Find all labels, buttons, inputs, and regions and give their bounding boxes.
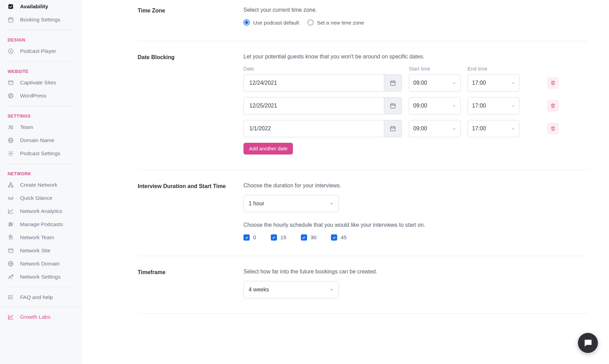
sliders-icon	[8, 221, 15, 227]
sidebar-item-manage-podcasts[interactable]: Manage Podcasts	[0, 218, 82, 231]
add-date-button[interactable]: Add another date	[243, 143, 293, 155]
timeframe-select[interactable]: 4 weeks	[243, 281, 339, 298]
delete-date-button[interactable]	[547, 77, 559, 89]
svg-rect-0	[8, 4, 13, 9]
checkbox-checked-icon	[271, 234, 277, 241]
end-time-select[interactable]: 17:00	[468, 74, 519, 92]
calendar-picker-button[interactable]	[384, 74, 402, 92]
sidebar-section-header: NETWORK	[0, 167, 82, 178]
slot-checkbox-15[interactable]: 15	[271, 234, 286, 241]
calendar-picker-button[interactable]	[384, 97, 402, 114]
sidebar-item-captivate-sites[interactable]: Captivate Sites	[0, 76, 82, 89]
sidebar-item-availability[interactable]: Availability	[0, 0, 82, 13]
sidebar-divider	[8, 164, 75, 164]
sidebar: AvailabilityBooking SettingsDESIGNPodcas…	[0, 0, 82, 364]
sidebar-divider	[8, 106, 75, 106]
sitemap-icon	[8, 182, 15, 188]
svg-rect-67	[390, 127, 395, 131]
sidebar-item-label: Booking Settings	[20, 17, 60, 23]
date-block-row: 09:0017:00	[243, 74, 588, 92]
header-start-time: Start time	[409, 66, 461, 72]
sidebar-item-wordpress[interactable]: WordPress	[0, 89, 82, 102]
delete-date-button[interactable]	[547, 123, 559, 134]
sidebar-item-label: Team	[20, 124, 33, 130]
chart-line-icon	[8, 208, 15, 214]
start-time-select[interactable]: 09:00	[409, 97, 461, 114]
sidebar-item-network-site[interactable]: Network Site	[0, 244, 82, 257]
slot-label: 0	[253, 234, 256, 241]
globe-icon	[8, 137, 15, 143]
svg-rect-40	[8, 249, 13, 253]
timeframe-help: Select how far into the future bookings …	[243, 269, 588, 275]
timezone-radio-new[interactable]: Set a new time zone	[307, 19, 364, 26]
end-time-select[interactable]: 17:00	[468, 97, 519, 114]
sidebar-item-label: Network Settings	[20, 274, 61, 280]
sidebar-item-growth-labs[interactable]: Growth Labs	[0, 307, 82, 327]
timeframe-section: Timeframe Select how far into the future…	[138, 256, 588, 314]
sidebar-item-label: WordPress	[20, 93, 46, 99]
sidebar-divider	[8, 30, 75, 30]
chevron-down-icon	[452, 104, 456, 108]
svg-point-31	[9, 223, 10, 224]
chart-growth-icon	[8, 314, 15, 320]
svg-point-39	[11, 236, 12, 237]
sidebar-item-label: Create Network	[20, 182, 57, 188]
date-blocking-section: Date Blocking Let your potential guests …	[138, 41, 588, 170]
start-time-select[interactable]: 09:00	[409, 120, 461, 137]
gear-icon	[8, 150, 15, 157]
chevron-down-icon	[452, 127, 456, 131]
duration-select-value: 1 hour	[249, 200, 264, 207]
delete-date-button[interactable]	[547, 100, 559, 112]
slot-label: 30	[311, 234, 316, 241]
sidebar-item-podcast-player[interactable]: Podcast Player	[0, 45, 82, 58]
timezone-title: Time Zone	[138, 7, 243, 26]
date-input[interactable]	[243, 97, 384, 114]
sidebar-item-label: Domain Name	[20, 137, 54, 143]
timeframe-select-value: 4 weeks	[249, 287, 269, 293]
timezone-radio-default[interactable]: Use podcast default	[243, 19, 299, 26]
svg-point-32	[11, 224, 12, 225]
sidebar-item-faq[interactable]: FAQ and help	[0, 291, 82, 304]
header-date: Date	[243, 66, 402, 72]
date-input[interactable]	[243, 120, 384, 137]
list-icon	[8, 294, 15, 300]
calendar-picker-button[interactable]	[384, 120, 402, 137]
window-icon	[8, 248, 15, 254]
duration-select[interactable]: 1 hour	[243, 195, 339, 212]
duration-help2: Choose the hourly schedule that you woul…	[243, 222, 588, 228]
svg-point-50	[8, 296, 9, 296]
sidebar-item-podcast-settings[interactable]: Podcast Settings	[0, 147, 82, 160]
sidebar-item-create-network[interactable]: Create Network	[0, 178, 82, 192]
main-content: Time Zone Select your current time zone.…	[82, 0, 609, 364]
slot-checkbox-0[interactable]: 0	[243, 234, 256, 241]
chat-launcher-button[interactable]	[578, 333, 598, 353]
svg-point-38	[10, 235, 11, 236]
date-block-row: 09:0017:00	[243, 97, 588, 114]
slot-checkbox-45[interactable]: 45	[331, 234, 347, 241]
end-time-value: 17:00	[472, 80, 486, 86]
start-time-select[interactable]: 09:00	[409, 74, 461, 92]
sidebar-item-network-domain[interactable]: Network Domain	[0, 257, 82, 270]
checkbox-checked-icon	[8, 3, 15, 10]
sidebar-item-quick-glance[interactable]: Quick Glance	[0, 192, 82, 205]
checkbox-checked-icon	[243, 234, 250, 241]
sidebar-item-team[interactable]: Team	[0, 121, 82, 134]
svg-rect-1	[8, 18, 13, 22]
sidebar-item-network-analytics[interactable]: Network Analytics	[0, 205, 82, 218]
end-time-select[interactable]: 17:00	[468, 120, 519, 137]
sidebar-item-label: Network Domain	[20, 261, 60, 267]
sidebar-item-network-team[interactable]: Network Team	[0, 231, 82, 244]
sidebar-item-network-settings[interactable]: Network Settings	[0, 270, 82, 283]
timezone-section: Time Zone Select your current time zone.…	[138, 0, 588, 41]
chevron-down-icon	[511, 81, 515, 85]
sidebar-item-booking-settings[interactable]: Booking Settings	[0, 13, 82, 26]
calendar-icon	[8, 17, 15, 23]
sidebar-item-domain-name[interactable]: Domain Name	[0, 134, 82, 147]
end-time-value: 17:00	[472, 125, 486, 132]
slot-checkbox-30[interactable]: 30	[301, 234, 316, 241]
svg-rect-55	[390, 81, 395, 85]
date-input[interactable]	[243, 74, 384, 92]
timezone-radio-new-label: Set a new time zone	[317, 20, 364, 26]
play-circle-icon	[8, 48, 15, 54]
timezone-help: Select your current time zone.	[243, 7, 588, 13]
